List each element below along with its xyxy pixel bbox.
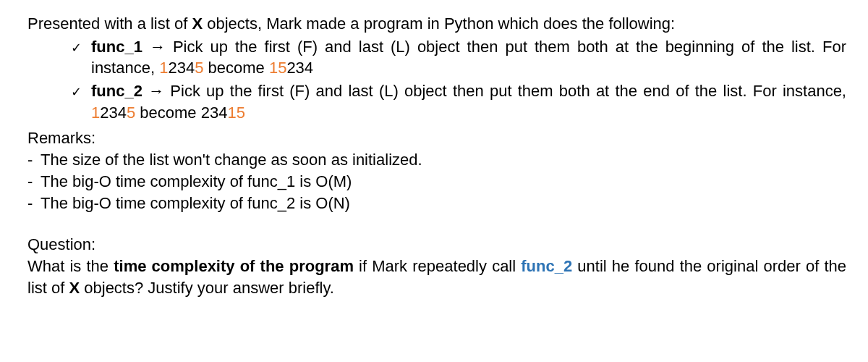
func2-body: func_2 → Pick up the first (F) and last … xyxy=(91,80,846,123)
question-body: What is the time complexity of the progr… xyxy=(27,256,846,298)
func2-become: become xyxy=(135,104,201,122)
func2-ex1-a: 1 xyxy=(91,104,100,122)
func2-ex1-b: 234 xyxy=(100,104,127,122)
func1-ex2-b: 234 xyxy=(286,59,313,77)
dash-icon: - xyxy=(27,171,41,193)
check-icon: ✓ xyxy=(71,80,91,101)
question-header: Question: xyxy=(27,234,846,256)
func2-ex1-c: 5 xyxy=(127,104,135,122)
func2-item: ✓ func_2 → Pick up the first (F) and las… xyxy=(71,80,846,123)
func1-ex1-c: 5 xyxy=(195,59,203,77)
intro-paragraph: Presented with a list of X objects, Mark… xyxy=(27,13,846,35)
remark-text: The big-O time complexity of func_2 is O… xyxy=(41,193,350,214)
dash-icon: - xyxy=(27,149,41,171)
func2-ex2-a: 234 xyxy=(201,104,228,122)
remark-item: - The big-O time complexity of func_1 is… xyxy=(27,171,846,193)
q-part1: What is the xyxy=(27,257,114,275)
q-bold1: time complexity of the program xyxy=(114,257,354,275)
func1-name: func_1 xyxy=(91,38,142,56)
func2-ex2-b: 15 xyxy=(227,104,244,122)
dash-icon: - xyxy=(27,193,41,214)
func1-body: func_1 → Pick up the first (F) and last … xyxy=(91,36,846,79)
func2-name: func_2 xyxy=(91,82,142,100)
func1-item: ✓ func_1 → Pick up the first (F) and las… xyxy=(71,36,846,79)
remarks-header: Remarks: xyxy=(27,127,846,149)
func1-ex1-b: 234 xyxy=(168,59,195,77)
func1-ex2-a: 15 xyxy=(269,59,286,77)
q-part2: if Mark repeatedly call xyxy=(354,257,521,275)
func2-desc: Pick up the first (F) and last (L) objec… xyxy=(170,82,846,100)
intro-text-2: objects, Mark made a program in Python w… xyxy=(203,14,675,33)
intro-text-1: Presented with a list of xyxy=(27,14,192,33)
q-part4: objects? Justify your answer briefly. xyxy=(80,279,334,297)
check-icon: ✓ xyxy=(71,36,91,56)
arrow-icon: → xyxy=(142,82,170,100)
func1-ex1-a: 1 xyxy=(159,59,168,77)
intro-bold-x: X xyxy=(192,14,203,33)
remark-item: - The big-O time complexity of func_2 is… xyxy=(27,193,846,214)
func1-become: become xyxy=(203,59,269,77)
remarks-list: - The size of the list won't change as s… xyxy=(27,149,846,214)
arrow-icon: → xyxy=(142,38,173,56)
remark-item: - The size of the list won't change as s… xyxy=(27,149,846,171)
q-func: func_2 xyxy=(521,257,572,275)
function-list: ✓ func_1 → Pick up the first (F) and las… xyxy=(71,36,846,124)
remark-text: The size of the list won't change as soo… xyxy=(41,149,422,171)
q-boldX: X xyxy=(69,279,80,297)
remark-text: The big-O time complexity of func_1 is O… xyxy=(41,171,352,193)
